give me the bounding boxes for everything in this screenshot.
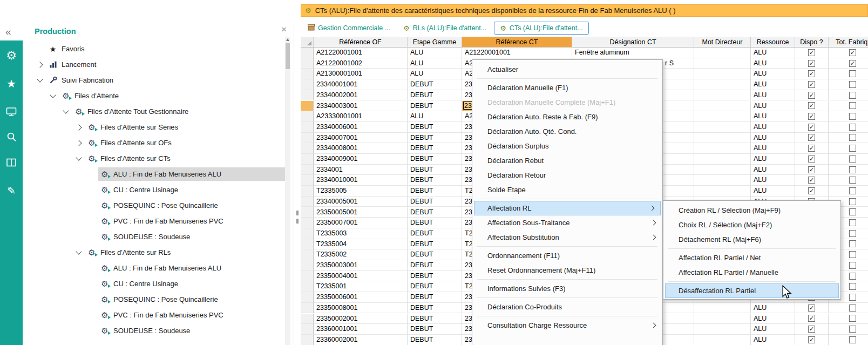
column-header-des[interactable]: Désignation CT (572, 37, 694, 48)
tot-checkbox[interactable] (849, 273, 856, 280)
cell-etape[interactable]: DEBUT (408, 239, 462, 250)
row-header[interactable] (301, 281, 314, 292)
favorites-icon[interactable]: ★ (0, 74, 23, 93)
tot-checkbox[interactable] (849, 336, 856, 343)
cell-of[interactable]: 23340002001 (314, 90, 408, 101)
row-header[interactable] (301, 324, 314, 335)
cell-res[interactable]: ALU (751, 111, 795, 122)
cell-res[interactable]: ALU (751, 79, 795, 90)
cell-of[interactable]: 23340006001 (314, 122, 408, 133)
cell-mot[interactable] (694, 90, 751, 101)
menu-item[interactable]: Informations Suivies (F3) (472, 281, 662, 296)
scroll-up-icon[interactable] (286, 38, 289, 41)
cell-mot[interactable] (694, 101, 751, 112)
cell-mot[interactable] (694, 314, 751, 324)
row-header[interactable] (301, 186, 314, 197)
cell-res[interactable]: ALU (751, 133, 795, 144)
row-header[interactable] (301, 79, 314, 90)
cell-etape[interactable]: DEBUT (408, 101, 462, 112)
cell-of[interactable]: T2335005 (314, 186, 408, 197)
tot-checkbox[interactable] (849, 208, 856, 215)
row-header[interactable] (301, 249, 314, 260)
column-header-ct[interactable]: Référence CT (462, 37, 572, 48)
cell-etape[interactable]: DEBUT (408, 79, 462, 90)
tree-item[interactable]: ⚙Files d'Attente sur OFs (23, 135, 285, 151)
cell-of[interactable]: 23350006001 (314, 292, 408, 303)
row-header[interactable] (301, 133, 314, 144)
cell-of[interactable]: A21220001002 (314, 58, 408, 69)
row-header[interactable] (301, 154, 314, 165)
cell-of[interactable]: 23340003001 (314, 101, 408, 112)
tot-checkbox[interactable] (849, 219, 856, 226)
submenu-item[interactable]: Affectation RL Partiel / Net (663, 251, 840, 265)
cell-of[interactable]: T2335001 (314, 281, 408, 292)
cell-etape[interactable]: DEBUT (408, 218, 462, 228)
tree-item-body[interactable]: ⚙PVC : Fin de Fab Menuiseries PVC (98, 308, 285, 322)
tree-scrollbar[interactable] (285, 37, 290, 345)
row-header[interactable] (301, 260, 314, 271)
cell-des[interactable]: Fenêtre aluminum (572, 48, 694, 58)
cell-of[interactable]: 23350008001 (314, 303, 408, 314)
tree-item-body[interactable]: ⚙ALU : Fin de Fab Menuiseries ALU (98, 261, 285, 275)
cell-of[interactable]: 23340008001 (314, 143, 408, 154)
tot-checkbox[interactable] (849, 305, 856, 312)
tree-item[interactable]: ⚙Files d'Attente Tout Gestionnaire (23, 104, 285, 119)
tot-checkbox[interactable] (849, 240, 856, 247)
cell-res[interactable]: ALU (751, 335, 795, 345)
tot-checkbox[interactable] (849, 166, 856, 173)
cell-of[interactable]: 23340010001 (314, 175, 408, 186)
cell-of[interactable]: 23360001001 (314, 324, 408, 335)
cell-of[interactable]: 23350007001 (314, 218, 408, 228)
tree-item-body[interactable]: Lancement (46, 58, 285, 71)
chevron-right-icon[interactable] (76, 140, 82, 146)
cell-etape[interactable]: DEBUT (408, 335, 462, 345)
tree-item[interactable]: ⚙CU : Centre Usinage (23, 276, 285, 292)
tot-checkbox[interactable] (849, 251, 856, 258)
tot-checkbox[interactable] (849, 187, 856, 194)
cell-mot[interactable] (694, 122, 751, 133)
cell-mot[interactable] (694, 48, 751, 58)
tree-item-body[interactable]: ⚙Files d'Attente sur Séries (85, 120, 285, 134)
cell-mot[interactable] (694, 79, 751, 90)
chevron-down-icon[interactable] (76, 248, 82, 254)
column-header-mot[interactable]: Mot Directeur (694, 37, 751, 48)
tot-checkbox[interactable] (849, 230, 856, 237)
menu-item[interactable]: Solde Etape (472, 182, 662, 197)
row-header[interactable] (301, 175, 314, 186)
dispo-checkbox[interactable]: ✓ (808, 134, 815, 141)
row-header[interactable] (301, 314, 314, 324)
row-header[interactable] (301, 90, 314, 101)
cell-etape[interactable]: ALU (408, 69, 462, 79)
dispo-checkbox[interactable]: ✓ (808, 81, 815, 88)
cell-of[interactable]: A21300001001 (314, 69, 408, 79)
tree-item-body[interactable]: ⚙Files d'Attente sur RLs (85, 246, 285, 259)
dispo-checkbox[interactable]: ✓ (808, 49, 815, 56)
cell-mot[interactable] (694, 111, 751, 122)
tot-checkbox[interactable] (849, 70, 856, 77)
cell-res[interactable]: ALU (751, 90, 795, 101)
tree-item-body[interactable]: ⚙Files d'Attente Tout Gestionnaire (72, 105, 285, 118)
tab-cts-file-attente[interactable]: ⚙CTs (ALU):File d'attent... (494, 22, 588, 35)
submenu-item[interactable]: Affectation RL Partiel / Manuelle (663, 265, 840, 280)
menu-item[interactable]: Actualiser (472, 62, 662, 77)
tree-item-body[interactable]: ⚙SOUDEUSE : Soudeuse (98, 324, 285, 337)
cell-etape[interactable]: DEBUT (408, 186, 462, 197)
chevron-slot[interactable] (46, 94, 59, 97)
submenu-item[interactable]: Création RL / Sélection (Maj+F9) (663, 203, 840, 218)
cell-of[interactable]: T2335004 (314, 239, 408, 250)
columns-icon[interactable] (0, 153, 23, 172)
tree-item[interactable]: Suivi Fabrication (23, 72, 285, 88)
submenu-item[interactable]: Choix RL / Sélection (Maj+F2) (663, 218, 840, 232)
modules-icon[interactable]: ⚙ (0, 46, 23, 65)
cell-etape[interactable]: ALU (408, 111, 462, 122)
tree-item[interactable]: ⚙CU : Centre Usinage (23, 182, 285, 198)
cell-of[interactable]: 23340009001 (314, 154, 408, 165)
cell-etape[interactable]: DEBUT (408, 133, 462, 144)
tot-checkbox[interactable] (849, 198, 856, 205)
cell-of[interactable]: 23340005001 (314, 197, 408, 207)
dispo-checkbox[interactable]: ✓ (808, 113, 815, 120)
desktop-icon[interactable] (0, 102, 23, 121)
cell-of[interactable]: 23350002001 (314, 314, 408, 324)
cell-of[interactable]: 23340007001 (314, 133, 408, 144)
cell-etape[interactable]: DEBUT (408, 154, 462, 165)
